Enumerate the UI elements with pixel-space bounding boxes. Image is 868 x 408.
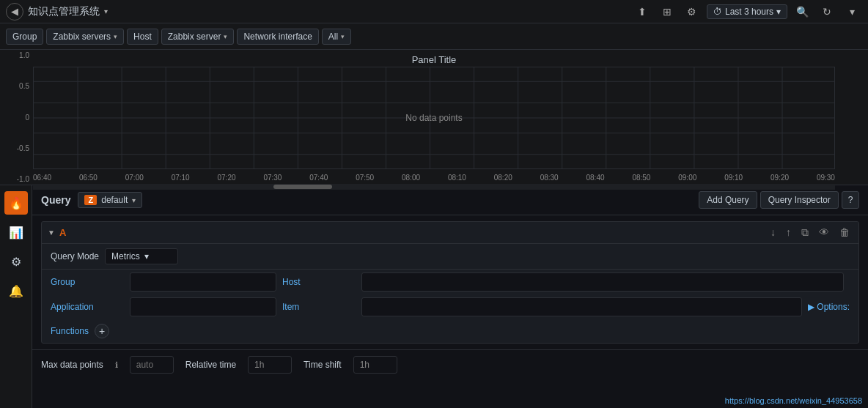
query-mode-select[interactable]: Metrics ▾ bbox=[105, 248, 178, 264]
sidebar-icon-chart[interactable]: 📊 bbox=[4, 220, 28, 244]
datasource-name: default bbox=[101, 195, 128, 205]
back-icon: ◀ bbox=[11, 6, 18, 17]
time-dropdown-arrow: ▾ bbox=[776, 7, 781, 17]
x-label-0900: 09:00 bbox=[678, 174, 696, 182]
host-field-input[interactable] bbox=[361, 272, 844, 292]
save-button[interactable]: ⊞ bbox=[657, 1, 677, 22]
more-button[interactable]: ▾ bbox=[842, 1, 862, 22]
right-panel: Query Z default ▾ Add Query Query Inspec… bbox=[32, 185, 868, 408]
network-interface-filter[interactable]: Network interface bbox=[237, 29, 318, 45]
bottom-options: Max data points ℹ Relative time Time shi… bbox=[32, 349, 868, 379]
query-buttons: Add Query Query Inspector ? bbox=[699, 191, 859, 209]
eye-button[interactable]: 👁 bbox=[816, 225, 832, 240]
query-row-a: ▼ A ↓ ↑ ⧉ 👁 🗑 Query Mode Metrics ▾ bbox=[41, 221, 859, 344]
sidebar-icon-fire[interactable]: 🔥 bbox=[4, 191, 28, 215]
all-filter[interactable]: All ▾ bbox=[322, 29, 351, 45]
application-field-input[interactable] bbox=[130, 297, 276, 316]
y-label-neg1.0: -1.0 bbox=[4, 175, 29, 183]
gear-icon: ⚙ bbox=[687, 6, 696, 18]
query-inspector-button[interactable]: Query Inspector bbox=[760, 191, 839, 209]
zabbix-server-label: Zabbix server bbox=[168, 31, 221, 42]
max-data-points-label: Max data points bbox=[41, 360, 103, 370]
time-shift-input[interactable] bbox=[353, 356, 397, 374]
save-icon: ⊞ bbox=[663, 6, 672, 18]
bell-icon: 🔔 bbox=[9, 284, 23, 298]
time-shift-label: Time shift bbox=[304, 360, 342, 370]
group-field-input[interactable] bbox=[130, 272, 276, 292]
group-field-label: Group bbox=[51, 277, 124, 287]
options-label: Options: bbox=[817, 302, 850, 312]
help-button[interactable]: ? bbox=[842, 191, 859, 209]
max-data-points-input[interactable] bbox=[130, 356, 174, 374]
x-label-0840: 08:40 bbox=[586, 174, 605, 182]
zabbix-server-arrow: ▾ bbox=[224, 33, 227, 40]
network-interface-label: Network interface bbox=[243, 31, 312, 42]
zabbix-servers-filter[interactable]: Zabbix servers ▾ bbox=[46, 29, 124, 45]
chart-area: Panel Title 1.0 0.5 0 -0.5 -1.0 bbox=[0, 50, 868, 185]
relative-time-label: Relative time bbox=[185, 360, 236, 370]
footer-link[interactable]: https://blog.csdn.net/weixin_44953658 bbox=[725, 396, 862, 405]
all-arrow: ▾ bbox=[341, 33, 345, 40]
chart-scrollbar[interactable] bbox=[33, 184, 835, 190]
options-link[interactable]: ▶ Options: bbox=[808, 302, 850, 312]
query-mode-value: Metrics bbox=[111, 251, 140, 262]
time-selector[interactable]: ⏱ Last 3 hours ▾ bbox=[707, 4, 787, 19]
row-actions: ↓ ↑ ⧉ 👁 🗑 bbox=[768, 225, 853, 240]
app-dropdown-arrow[interactable]: ▾ bbox=[104, 7, 108, 15]
datasource-arrow: ▾ bbox=[132, 196, 136, 204]
chart-title: Panel Title bbox=[0, 50, 868, 67]
settings-button[interactable]: ⚙ bbox=[682, 1, 702, 22]
relative-time-input[interactable] bbox=[248, 356, 292, 374]
main-content: 🔥 📊 ⚙ 🔔 Query Z default ▾ Add Query Quer… bbox=[0, 185, 868, 408]
settings-icon: ⚙ bbox=[11, 255, 21, 269]
host-filter[interactable]: Host bbox=[127, 29, 158, 45]
host-label: Host bbox=[133, 31, 152, 42]
y-axis: 1.0 0.5 0 -0.5 -1.0 bbox=[4, 50, 29, 185]
search-button[interactable]: 🔍 bbox=[792, 1, 812, 22]
chart-scroll-thumb[interactable] bbox=[273, 185, 332, 189]
options-arrow: ▶ bbox=[808, 302, 814, 312]
delete-button[interactable]: 🗑 bbox=[836, 225, 853, 240]
topbar: ◀ 知识点管理系统 ▾ ⬆ ⊞ ⚙ ⏱ Last 3 hours ▾ 🔍 ↻ ▾ bbox=[0, 0, 868, 23]
duplicate-button[interactable]: ⧉ bbox=[798, 225, 812, 240]
x-label-0820: 08:20 bbox=[494, 174, 512, 182]
application-field-label: Application bbox=[51, 302, 124, 312]
x-label-0800: 08:00 bbox=[402, 174, 420, 182]
info-icon[interactable]: ℹ bbox=[115, 360, 118, 370]
zabbix-badge: Z bbox=[84, 195, 97, 205]
refresh-button[interactable]: ↻ bbox=[817, 1, 837, 22]
x-label-0850: 08:50 bbox=[632, 174, 650, 182]
datasource-select[interactable]: Z default ▾ bbox=[78, 192, 142, 208]
x-label-0730: 07:30 bbox=[263, 174, 282, 182]
share-button[interactable]: ⬆ bbox=[632, 1, 652, 22]
time-label: Last 3 hours bbox=[725, 7, 773, 17]
clock-icon: ⏱ bbox=[713, 7, 722, 17]
chart-inner: No data points bbox=[33, 67, 835, 169]
x-label-0720: 07:20 bbox=[218, 174, 236, 182]
zabbix-servers-arrow: ▾ bbox=[114, 33, 117, 40]
functions-label: Functions bbox=[51, 326, 89, 336]
all-label: All bbox=[328, 31, 338, 42]
item-field-input[interactable] bbox=[361, 297, 802, 316]
query-label: Query bbox=[41, 194, 70, 206]
add-query-button[interactable]: Add Query bbox=[699, 191, 757, 209]
filterbar: Group Zabbix servers ▾ Host Zabbix serve… bbox=[0, 23, 868, 50]
sidebar-icon-settings[interactable]: ⚙ bbox=[4, 250, 28, 273]
y-label-1.0: 1.0 bbox=[4, 51, 29, 59]
topbar-right: ⬆ ⊞ ⚙ ⏱ Last 3 hours ▾ 🔍 ↻ ▾ bbox=[632, 1, 862, 22]
chart-icon: 📊 bbox=[9, 226, 23, 240]
back-button[interactable]: ◀ bbox=[6, 3, 23, 21]
plus-icon: + bbox=[99, 325, 105, 337]
move-down-button[interactable]: ↓ bbox=[768, 225, 779, 240]
x-label-0910: 09:10 bbox=[724, 174, 743, 182]
zabbix-server-filter[interactable]: Zabbix server ▾ bbox=[161, 29, 235, 45]
fields-row-2: Application Item ▶ Options: bbox=[42, 294, 858, 319]
move-up-button[interactable]: ↑ bbox=[783, 225, 794, 240]
sidebar-icon-bell[interactable]: 🔔 bbox=[4, 279, 28, 303]
query-row-header: ▼ A ↓ ↑ ⧉ 👁 🗑 bbox=[42, 222, 858, 244]
host-field-label: Host bbox=[282, 277, 356, 287]
group-filter[interactable]: Group bbox=[6, 29, 43, 45]
collapse-arrow[interactable]: ▼ bbox=[48, 229, 55, 237]
add-function-button[interactable]: + bbox=[95, 324, 109, 338]
query-header: Query Z default ▾ Add Query Query Inspec… bbox=[32, 185, 868, 215]
